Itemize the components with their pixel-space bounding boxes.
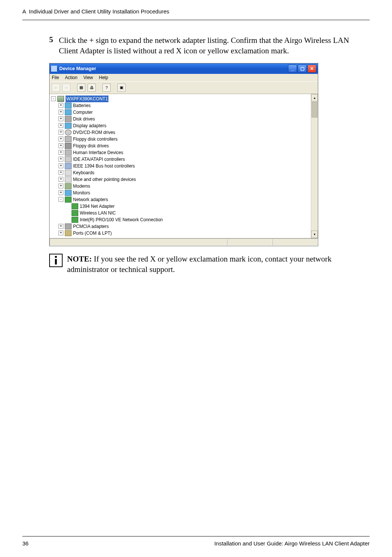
port-icon	[65, 230, 72, 236]
expand-icon[interactable]: +	[59, 143, 63, 148]
tree-item[interactable]: +DVD/CD-ROM drives	[51, 129, 309, 136]
fdc-icon	[65, 136, 72, 142]
expand-icon[interactable]: +	[59, 110, 63, 115]
help-button[interactable]: ?	[102, 84, 111, 92]
tree-item[interactable]: +Monitors	[51, 190, 309, 196]
menu-view[interactable]: View	[83, 75, 93, 80]
disk-icon	[65, 116, 72, 122]
tree-item[interactable]: +IEEE 1394 Bus host controllers	[51, 163, 309, 169]
net-icon	[65, 197, 72, 203]
forward-button[interactable]: →	[62, 84, 70, 92]
tree-item-label: Ports (COM & LPT)	[73, 230, 112, 237]
collapse-icon[interactable]: -	[51, 96, 56, 101]
tree-item-label: IDE ATA/ATAPI controllers	[73, 156, 125, 163]
window-title: Device Manager	[59, 66, 288, 71]
tree-item[interactable]: +Keyboards	[51, 169, 309, 176]
tree-item[interactable]: +Floppy disk drives	[51, 143, 309, 149]
tree-item-label: Network adapters	[73, 196, 108, 203]
expand-icon[interactable]: +	[59, 150, 63, 155]
device-manager-window: Device Manager _ ▢ ✕ File Action View He…	[49, 63, 318, 246]
tree-item[interactable]: Intel(R) PRO/100 VE Network Connection	[51, 216, 309, 223]
tree-item-label: DVD/CD-ROM drives	[73, 129, 115, 136]
minimize-button[interactable]: _	[288, 65, 297, 73]
tree-item[interactable]: +Modems	[51, 183, 309, 190]
app-icon	[51, 66, 57, 72]
expand-icon[interactable]: +	[59, 224, 63, 229]
tree-item[interactable]: +Display adapters	[51, 122, 309, 129]
tree-item[interactable]: +Floppy disk controllers	[51, 136, 309, 143]
tree-item-label: PCMCIA adapters	[73, 223, 109, 230]
scroll-down-button[interactable]: ▾	[311, 231, 318, 238]
tree-item[interactable]: +Mice and other pointing devices	[51, 176, 309, 183]
back-button[interactable]: ←	[52, 84, 60, 92]
tree-item-label: 1394 Net Adapter	[80, 203, 114, 210]
collapse-icon[interactable]: -	[59, 197, 63, 202]
menubar: File Action View Help	[50, 74, 318, 81]
menu-file[interactable]: File	[52, 75, 59, 80]
ide-icon	[65, 156, 72, 162]
tree-item[interactable]: +Ports (COM & LPT)	[51, 230, 309, 237]
comp-icon	[65, 109, 72, 115]
modem-icon	[65, 183, 72, 189]
bat-icon	[65, 103, 72, 109]
expand-icon[interactable]: +	[59, 163, 63, 168]
tree-item-label: Keyboards	[73, 169, 94, 176]
dvd-icon	[65, 129, 72, 135]
mouse-icon	[65, 176, 72, 182]
tree-item[interactable]: +Batteries	[51, 102, 309, 109]
expand-icon[interactable]: +	[59, 103, 63, 108]
toolbar: ← → ▦ 🖶 ? ▣	[50, 81, 318, 94]
tree-item[interactable]: Wireless LAN NIC	[51, 210, 309, 216]
tree-item-label: IEEE 1394 Bus host controllers	[73, 163, 135, 169]
menu-help[interactable]: Help	[99, 75, 108, 80]
titlebar[interactable]: Device Manager _ ▢ ✕	[50, 63, 318, 74]
kb-icon	[65, 170, 72, 176]
hid-icon	[65, 150, 72, 156]
tree-item-label: Human Interface Devices	[73, 149, 123, 156]
expand-icon[interactable]: +	[59, 116, 63, 121]
fdd-icon	[65, 143, 72, 149]
expand-icon[interactable]: +	[59, 170, 63, 175]
tree-root[interactable]: - WXPFX390KCONT1	[51, 96, 309, 102]
expand-icon[interactable]: +	[59, 177, 63, 182]
root-label[interactable]: WXPFX390KCONT1	[66, 96, 108, 102]
maximize-button[interactable]: ▢	[298, 65, 307, 73]
scroll-up-button[interactable]: ▴	[311, 94, 318, 101]
tree-item[interactable]: -Network adapters	[51, 196, 309, 203]
expand-icon[interactable]: +	[59, 190, 63, 195]
close-button[interactable]: ✕	[307, 65, 316, 73]
tree-item[interactable]: +Human Interface Devices	[51, 149, 309, 156]
computer-icon	[57, 96, 64, 102]
tree-item[interactable]: +Computer	[51, 109, 309, 116]
print-button[interactable]: 🖶	[88, 84, 96, 92]
expand-icon[interactable]: +	[59, 123, 63, 128]
device-tree[interactable]: - WXPFX390KCONT1 +Batteries+Computer+Dis…	[50, 94, 311, 238]
expand-icon[interactable]: +	[59, 130, 63, 135]
properties-button[interactable]: ▦	[77, 84, 85, 92]
expand-icon[interactable]: +	[59, 157, 63, 162]
tree-item-label: Modems	[73, 183, 90, 190]
scroll-thumb[interactable]	[312, 102, 317, 118]
menu-action[interactable]: Action	[65, 75, 77, 80]
footer-title: Installation and User Guide: Airgo Wirel…	[214, 540, 370, 547]
vertical-scrollbar[interactable]: ▴ ▾	[311, 94, 318, 238]
tree-item[interactable]: +Disk drives	[51, 116, 309, 122]
tree-item-label: Display adapters	[73, 122, 106, 129]
scan-hardware-button[interactable]: ▣	[117, 84, 126, 92]
note-callout: NOTE: If you see the red X or yellow exc…	[22, 254, 370, 275]
step-number: 5	[49, 35, 59, 56]
tree-item[interactable]: 1394 Net Adapter	[51, 203, 309, 210]
disp-icon	[65, 123, 72, 129]
tree-item-label: Disk drives	[73, 116, 95, 122]
expand-icon[interactable]: +	[59, 231, 63, 235]
tree-item[interactable]: +IDE ATA/ATAPI controllers	[51, 156, 309, 163]
tree-item-label: Computer	[73, 109, 93, 116]
step-text: Click the + sign to expand the network a…	[59, 35, 362, 56]
mon-icon	[65, 190, 72, 196]
tree-item[interactable]: +PCMCIA adapters	[51, 223, 309, 230]
tree-item-label: Floppy disk controllers	[73, 136, 117, 143]
net-icon	[72, 203, 78, 209]
expand-icon[interactable]: +	[59, 184, 63, 188]
expand-icon[interactable]: +	[59, 137, 63, 141]
tree-item-label: Intel(R) PRO/100 VE Network Connection	[80, 216, 163, 223]
